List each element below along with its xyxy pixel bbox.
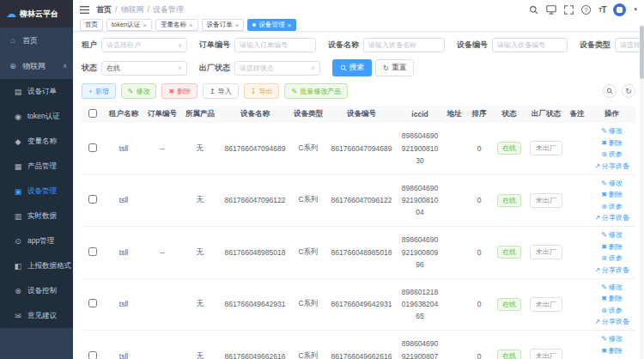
cell-remark (566, 174, 588, 227)
cell-device-name: 861766049662616 (219, 331, 291, 359)
cell-tenant: tsll (104, 227, 143, 279)
refresh-button[interactable]: ↻ (622, 84, 635, 98)
breadcrumb-home[interactable]: 首页 (96, 4, 112, 15)
help-icon[interactable]: ? (581, 5, 591, 15)
cell-device-type: C系列 (291, 227, 325, 279)
col-tenant: 租户名称 (104, 106, 143, 123)
delete-button[interactable]: ✖删除 (161, 83, 197, 99)
close-icon[interactable]: × (287, 21, 291, 29)
realtime-icon: ▥ (14, 212, 22, 221)
hamburger-icon[interactable] (80, 6, 89, 14)
tab-token-auth[interactable]: token认证× (106, 19, 152, 31)
export-button[interactable]: ↧导出 (244, 83, 280, 99)
col-order: 订单编号 (143, 106, 181, 123)
cell-order (143, 174, 181, 227)
factory-status-badge[interactable]: 未出厂 (530, 245, 562, 259)
share-device-link[interactable]: ↗分享设备 (594, 265, 629, 275)
factory-status-badge[interactable]: 未出厂 (530, 193, 562, 208)
device-name-input[interactable] (368, 41, 440, 49)
tenant-select[interactable]: 请选择租户 ∨ (101, 38, 187, 52)
font-size-icon[interactable]: TT (598, 5, 605, 15)
status-select[interactable]: 在线 ∨ (101, 61, 187, 76)
sidebar-item-device-control[interactable]: ⊗ 设备控制 (0, 278, 73, 303)
share-device-link[interactable]: ↗分享设备 (594, 161, 629, 171)
select-value: 在线 (106, 64, 120, 73)
order-no-label: 订单编号 (199, 40, 230, 51)
tab-variable-name[interactable]: 变量名称× (155, 19, 198, 31)
tab-device-manage[interactable]: 设备管理× (247, 19, 296, 31)
factory-status-badge[interactable]: 未出厂 (530, 141, 562, 155)
search-button[interactable]: 搜索 (332, 59, 372, 76)
set-params-link[interactable]: ⊛设参 (601, 306, 623, 315)
row-checkbox[interactable] (88, 195, 97, 204)
sidebar-item-home[interactable]: ⌂ 首页 (0, 27, 73, 53)
search-icon[interactable] (529, 5, 538, 15)
row-checkbox[interactable] (88, 143, 97, 152)
close-icon[interactable]: × (143, 21, 147, 29)
monitor-icon[interactable] (546, 5, 556, 15)
cell-address (442, 227, 466, 279)
share-device-link[interactable]: ↗分享设备 (594, 213, 629, 222)
sidebar-item-app-manage[interactable]: ⊙ app管理 (0, 228, 73, 253)
order-no-input[interactable] (240, 41, 311, 49)
sidebar-item-realtime-data[interactable]: ▥ 实时数据 (0, 204, 73, 228)
reset-button[interactable]: ↻ 重置 (375, 59, 414, 76)
edit-link[interactable]: ✎修改 (601, 334, 623, 344)
scrollbar-thumb[interactable] (640, 26, 644, 79)
select-all-checkbox[interactable] (88, 109, 97, 118)
edit-link[interactable]: ✎修改 (601, 126, 623, 136)
edit-link[interactable]: ✎修改 (601, 179, 623, 188)
cell-device-name: 861766048985018 (219, 227, 291, 279)
factory-status-badge[interactable]: 未出厂 (530, 297, 562, 312)
fullscreen-icon[interactable] (564, 5, 574, 15)
device-code-input[interactable] (497, 41, 562, 49)
factory-status-label: 出厂状态 (199, 63, 230, 74)
tab-home[interactable]: 首页 (80, 19, 103, 31)
col-sort: 排序 (466, 106, 492, 123)
iot-icon: ⊕ (9, 62, 17, 70)
delete-link[interactable]: ✖删除 (601, 190, 623, 199)
delete-link[interactable]: ✖删除 (601, 138, 623, 148)
tab-device-order[interactable]: 设备订单× (202, 19, 245, 31)
sidebar-item-report-format[interactable]: ◧ 上报数据格式 (0, 253, 73, 278)
sidebar-item-product-manage[interactable]: ▦ 产品管理 (0, 154, 73, 179)
edit-label: 修改 (136, 87, 149, 96)
sidebar-item-variable-name[interactable]: ◆ 变量名称 (0, 129, 73, 154)
sidebar-item-label: 设备订单 (27, 87, 57, 97)
edit-button[interactable]: ✎修改 (121, 83, 157, 99)
sidebar-item-feedback[interactable]: ✉ 意见建议 (0, 303, 73, 328)
set-params-link[interactable]: ⊛设参 (601, 202, 623, 211)
col-address: 地址 (442, 106, 466, 123)
row-checkbox[interactable] (88, 247, 97, 256)
sidebar-item-device-order[interactable]: ▤ 设备订单 (0, 79, 73, 104)
download-icon: ↧ (251, 88, 257, 95)
delete-link[interactable]: ✖删除 (601, 242, 623, 252)
close-icon[interactable]: × (189, 21, 193, 29)
edit-link[interactable]: ✎修改 (601, 230, 623, 240)
set-params-link[interactable]: ⊛设参 (601, 149, 623, 159)
set-params-link[interactable]: ⊛设参 (601, 253, 623, 263)
import-button[interactable]: ↥导入 (203, 83, 239, 99)
sidebar-item-token-auth[interactable]: ◉ token认证 (0, 104, 73, 129)
search-toggle-button[interactable] (603, 84, 617, 98)
add-button[interactable]: +新增 (82, 83, 116, 99)
factory-status-select[interactable]: 请选择状态 ∨ (234, 61, 320, 76)
sidebar-item-iot[interactable]: ⊕ 物联网 ∧ (0, 53, 73, 79)
share-device-link[interactable]: ↗分享设备 (594, 317, 629, 326)
vertical-scrollbar[interactable] (640, 24, 644, 359)
edit-link[interactable]: ✎修改 (601, 283, 623, 292)
col-remark: 备注 (566, 106, 588, 123)
delete-link[interactable]: ✖删除 (601, 346, 623, 356)
app-icon: ⊙ (14, 237, 22, 246)
row-checkbox[interactable] (88, 299, 97, 307)
avatar-caret-icon[interactable]: ▾ (634, 6, 637, 13)
close-icon[interactable]: × (235, 21, 240, 29)
row-checkbox[interactable] (88, 351, 97, 359)
user-avatar[interactable] (613, 3, 626, 16)
trash-icon: ✖ (601, 347, 607, 355)
sidebar-item-device-manage[interactable]: ▣ 设备管理 (0, 179, 73, 204)
delete-link[interactable]: ✖删除 (601, 294, 623, 303)
factory-status-badge[interactable]: 未出厂 (530, 349, 562, 359)
cell-address (442, 331, 466, 359)
batch-edit-product-button[interactable]: ✎批量修改产品 (284, 83, 348, 99)
